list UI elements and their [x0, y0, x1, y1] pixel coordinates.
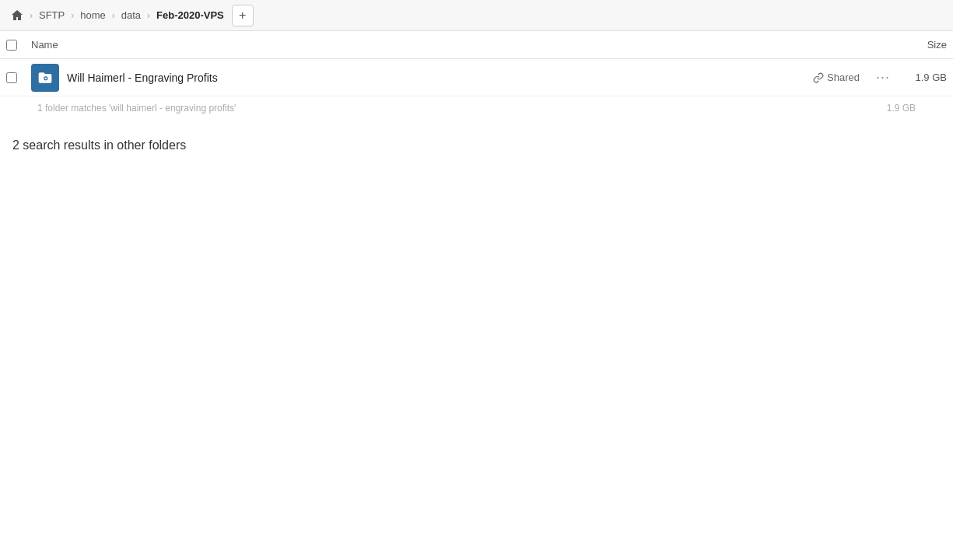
select-all-checkbox[interactable] — [6, 40, 17, 51]
file-size: 1.9 GB — [900, 72, 947, 83]
size-column-header[interactable]: Size — [885, 39, 947, 51]
separator-1: › — [69, 10, 75, 21]
breadcrumb-data[interactable]: data — [117, 0, 145, 30]
home-button[interactable] — [6, 5, 28, 26]
separator-2: › — [110, 10, 117, 21]
breadcrumb-feb2020vps[interactable]: Feb-2020-VPS — [152, 0, 229, 30]
shared-label: Shared — [827, 72, 860, 83]
toolbar: › SFTP › home › data › Feb-2020-VPS + — [0, 0, 953, 31]
name-column-header[interactable]: Name — [31, 39, 885, 51]
link-folder-icon — [31, 64, 59, 92]
column-headers: Name Size — [0, 31, 953, 59]
breadcrumb-sftp[interactable]: SFTP — [34, 0, 69, 30]
select-all-checkbox-wrap[interactable] — [6, 40, 31, 51]
other-results-header: 2 search results in other folders — [0, 120, 953, 159]
separator-3: › — [145, 10, 152, 21]
file-row[interactable]: Will Haimerl - Engraving Profits Shared … — [0, 59, 953, 96]
more-options-button[interactable]: ··· — [872, 67, 894, 89]
match-size: 1.9 GB — [887, 103, 916, 114]
separator-0: › — [28, 10, 34, 21]
row-checkbox-wrap[interactable] — [6, 72, 31, 83]
row-checkbox[interactable] — [6, 72, 17, 83]
add-button[interactable]: + — [232, 5, 254, 26]
breadcrumb-home[interactable]: home — [75, 0, 110, 30]
match-info: 1 folder matches 'will haimerl - engravi… — [0, 96, 953, 120]
match-text: 1 folder matches 'will haimerl - engravi… — [37, 103, 236, 114]
shared-badge: Shared — [813, 72, 860, 83]
file-name: Will Haimerl - Engraving Profits — [67, 72, 813, 84]
